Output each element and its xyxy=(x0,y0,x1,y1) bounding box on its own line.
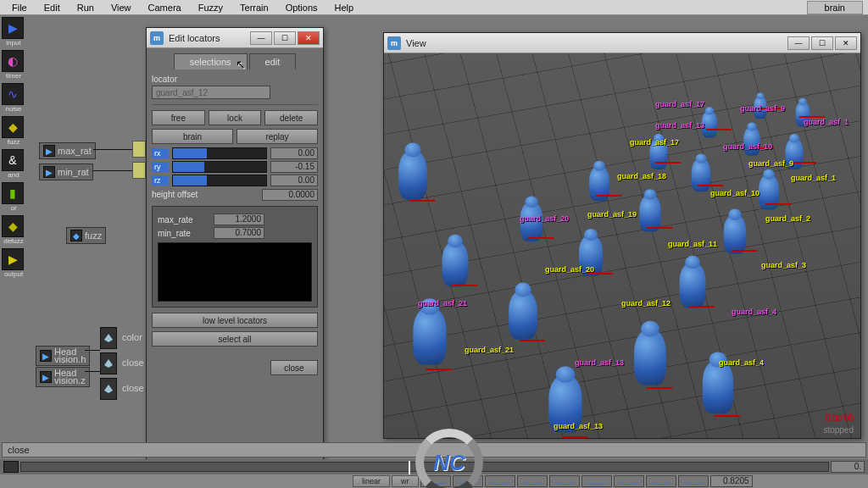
curve-preset-icon[interactable] xyxy=(485,475,515,487)
curve-preset-icon[interactable] xyxy=(646,475,676,487)
menu-view[interactable]: View xyxy=(103,1,140,14)
agent-figure[interactable] xyxy=(442,242,469,287)
free-button[interactable]: free xyxy=(152,110,205,125)
slider-ry[interactable] xyxy=(172,161,267,173)
titlebar[interactable]: m Edit locators — ☐ ✕ xyxy=(147,28,323,48)
agent-label: guard_asf_4 xyxy=(732,308,776,316)
brain-selector[interactable]: brain xyxy=(807,1,863,14)
menu-file[interactable]: File xyxy=(3,1,36,14)
brain-button[interactable]: brain xyxy=(152,129,233,144)
select-all-button[interactable]: select all xyxy=(152,331,318,347)
curve-preset-icon[interactable] xyxy=(581,475,612,487)
tool-fuzz-icon[interactable]: ◆ xyxy=(2,116,24,138)
curve-preset-icon[interactable] xyxy=(614,475,644,487)
titlebar[interactable]: m View — ☐ ✕ xyxy=(384,33,860,53)
max-rate-value[interactable]: 1.2000 xyxy=(214,214,264,225)
menu-options[interactable]: Options xyxy=(277,1,326,14)
agent-label: guard_asf_17 xyxy=(655,100,704,108)
slider-rz[interactable] xyxy=(172,175,267,186)
agent-figure[interactable] xyxy=(398,151,427,200)
watermark-logo: NC xyxy=(415,429,483,488)
minimize-button[interactable]: — xyxy=(787,36,810,50)
agent-label: guard_asf_19 xyxy=(587,210,637,219)
replay-button[interactable]: replay xyxy=(236,129,318,144)
agent-figure[interactable] xyxy=(703,361,733,413)
tool-label: defuzz xyxy=(2,237,25,245)
node-head-vision-h[interactable]: ▶Head vision.h xyxy=(36,346,90,366)
locator-icon[interactable] xyxy=(100,352,117,374)
maximize-button[interactable]: ☐ xyxy=(274,31,296,45)
tool-output-icon[interactable]: ▶ xyxy=(2,248,24,270)
agent-label: guard_asf_2 xyxy=(765,214,810,223)
agent-figure[interactable] xyxy=(413,308,446,364)
close-button[interactable]: ✕ xyxy=(298,31,320,45)
delete-button[interactable]: delete xyxy=(264,110,318,125)
menu-terrain[interactable]: Terrain xyxy=(231,1,277,14)
node-connector[interactable] xyxy=(132,141,146,158)
agent-figure[interactable] xyxy=(509,291,537,340)
view-window[interactable]: m View — ☐ ✕ guard_asf_17guard_asf_9guar… xyxy=(383,32,861,439)
lock-button[interactable]: lock xyxy=(209,110,262,125)
node-close[interactable]: close xyxy=(119,381,147,395)
node-connector[interactable] xyxy=(132,162,146,179)
viewport-3d[interactable]: guard_asf_17guard_asf_9guard_asf_13guard… xyxy=(384,53,860,438)
tool-input-icon[interactable]: ▶ xyxy=(2,17,24,39)
agent-figure[interactable] xyxy=(743,127,760,156)
node-label: color xyxy=(122,332,142,342)
node-max-rate[interactable]: ▶max_rat xyxy=(39,142,96,159)
timeline-marker[interactable] xyxy=(409,461,410,474)
tool-label: fuzz xyxy=(2,138,25,146)
tool-and-icon[interactable]: & xyxy=(2,149,24,171)
tool-timer-icon[interactable]: ◐ xyxy=(2,50,24,72)
locator-icon[interactable] xyxy=(100,327,117,349)
tab-edit[interactable]: edit xyxy=(249,53,297,69)
menu-bar: File Edit Run View Camera Fuzzy Terrain … xyxy=(0,0,868,15)
curve-value[interactable]: 0.8205 xyxy=(710,475,753,487)
curve-preset-icon[interactable] xyxy=(549,475,580,487)
edit-locators-dialog[interactable]: m Edit locators — ☐ ✕ selections edit lo… xyxy=(146,27,324,464)
tool-defuzz-icon[interactable]: ◆ xyxy=(2,215,24,237)
min-rate-value[interactable]: 0.7000 xyxy=(214,227,264,239)
menu-fuzzy[interactable]: Fuzzy xyxy=(190,1,231,14)
slider-rx[interactable] xyxy=(172,147,267,159)
node-color[interactable]: color xyxy=(119,330,146,344)
agent-figure[interactable] xyxy=(634,330,666,385)
node-fuzz[interactable]: ◆fuzz xyxy=(66,227,106,244)
agent-figure[interactable] xyxy=(692,159,710,191)
tool-noise-icon[interactable]: ∿ xyxy=(2,83,24,105)
node-canvas[interactable]: ▶input ◐timer ∿noise ◆fuzz &and ▮or ◆def… xyxy=(0,15,868,454)
wrap-button[interactable]: wr xyxy=(392,475,419,487)
close-button[interactable]: ✕ xyxy=(835,36,857,50)
agent-label: guard_asf_13 xyxy=(655,121,704,130)
height-offset-value[interactable]: 0.0000 xyxy=(262,189,318,201)
timeline-value[interactable]: 0. xyxy=(831,461,865,473)
curve-preset-icon[interactable] xyxy=(678,475,709,487)
low-level-locators-button[interactable]: low level locators xyxy=(152,313,318,328)
agent-figure[interactable] xyxy=(724,215,747,254)
tab-selections[interactable]: selections xyxy=(174,53,248,69)
locator-field[interactable] xyxy=(152,86,270,99)
value-ry[interactable]: -0.15 xyxy=(270,161,318,173)
linear-button[interactable]: linear xyxy=(353,475,390,487)
node-label: max_rat xyxy=(58,146,92,156)
minimize-button[interactable]: — xyxy=(250,31,272,45)
node-min-rate[interactable]: ▶min_rat xyxy=(39,164,93,180)
locator-icon[interactable] xyxy=(100,378,117,400)
maximize-button[interactable]: ☐ xyxy=(811,36,833,50)
curve-preset-icon[interactable] xyxy=(517,475,548,487)
node-label: Head vision.z xyxy=(54,369,86,385)
agent-label: guard_asf_20 xyxy=(520,214,569,223)
agent-label: guard_asf_3 xyxy=(761,261,806,269)
menu-help[interactable]: Help xyxy=(326,1,363,14)
menu-run[interactable]: Run xyxy=(69,1,103,14)
value-rz[interactable]: 0.00 xyxy=(270,175,318,186)
value-rx[interactable]: 0.00 xyxy=(270,147,318,159)
tool-or-icon[interactable]: ▮ xyxy=(2,182,24,204)
node-close[interactable]: close xyxy=(119,356,147,369)
node-head-vision-z[interactable]: ▶Head vision.z xyxy=(36,367,90,387)
close-dialog-button[interactable]: close xyxy=(270,360,318,375)
timeline-icon[interactable] xyxy=(3,461,19,473)
menu-edit[interactable]: Edit xyxy=(36,1,69,14)
agent-figure[interactable] xyxy=(680,263,706,308)
menu-camera[interactable]: Camera xyxy=(140,1,190,14)
